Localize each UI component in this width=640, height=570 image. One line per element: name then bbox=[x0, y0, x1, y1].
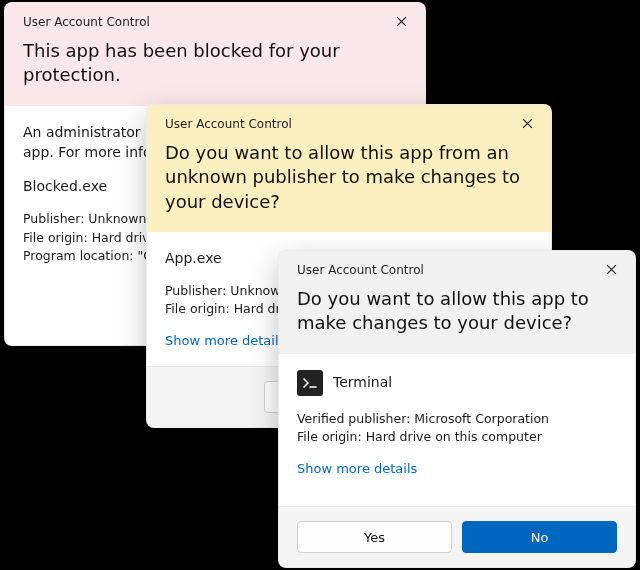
uac-header: User Account Control Do you want to allo… bbox=[279, 251, 635, 354]
close-button[interactable] bbox=[593, 255, 629, 283]
terminal-icon bbox=[297, 370, 323, 396]
uac-trusted-dialog: User Account Control Do you want to allo… bbox=[278, 250, 636, 568]
app-meta: Verified publisher: Microsoft Corporatio… bbox=[297, 410, 617, 446]
app-row: Terminal bbox=[297, 370, 617, 396]
close-button[interactable] bbox=[383, 7, 419, 35]
no-button[interactable]: No bbox=[462, 521, 617, 553]
close-icon bbox=[606, 264, 617, 275]
uac-body: Terminal Verified publisher: Microsoft C… bbox=[279, 354, 635, 506]
uac-header: User Account Control Do you want to allo… bbox=[147, 105, 551, 232]
uac-headline: This app has been blocked for your prote… bbox=[23, 39, 407, 88]
close-icon bbox=[522, 118, 533, 129]
button-bar: Yes No bbox=[279, 506, 635, 567]
uac-header: User Account Control This app has been b… bbox=[5, 3, 425, 106]
yes-button[interactable]: Yes bbox=[297, 521, 452, 553]
close-button[interactable] bbox=[509, 109, 545, 137]
show-more-link[interactable]: Show more details bbox=[297, 460, 417, 479]
uac-headline: Do you want to allow this app to make ch… bbox=[297, 287, 617, 336]
origin-line: File origin: Hard drive on this computer bbox=[297, 428, 617, 446]
uac-title: User Account Control bbox=[297, 263, 617, 277]
uac-headline: Do you want to allow this app from an un… bbox=[165, 141, 533, 214]
uac-title: User Account Control bbox=[165, 117, 533, 131]
app-name: Terminal bbox=[333, 372, 392, 392]
show-more-link[interactable]: Show more details bbox=[165, 332, 285, 351]
close-icon bbox=[396, 16, 407, 27]
publisher-line: Verified publisher: Microsoft Corporatio… bbox=[297, 410, 617, 428]
uac-title: User Account Control bbox=[23, 15, 407, 29]
